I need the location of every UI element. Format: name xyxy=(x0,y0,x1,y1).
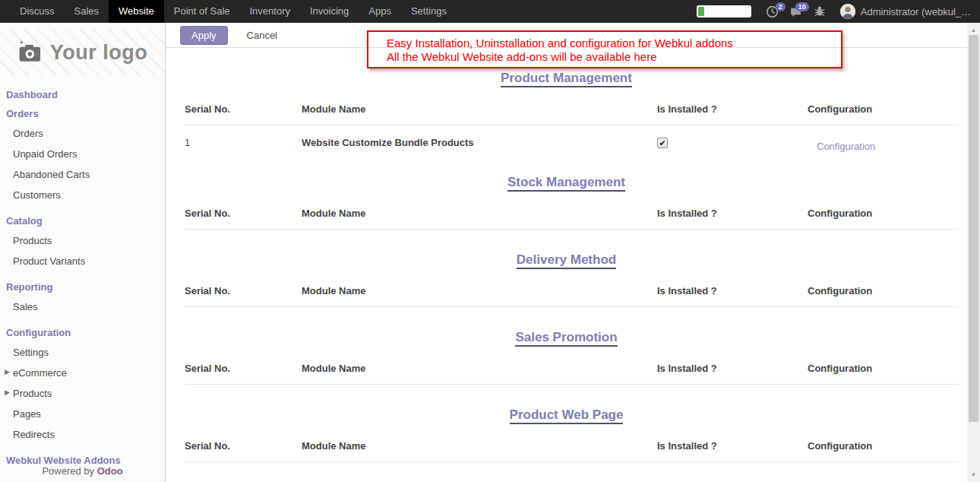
column-header-configuration: Configuration xyxy=(808,363,967,374)
sidebar-item-orders[interactable]: Orders xyxy=(0,123,165,144)
sidebar-item-pages[interactable]: Pages xyxy=(0,404,165,424)
sidebar-item-redirects[interactable]: Redirects xyxy=(0,424,165,445)
section-delivery-method: Delivery Method Serial No.Module NameIs … xyxy=(166,252,967,307)
annotation-line-2: All the Webkul Website add-ons will be a… xyxy=(387,50,841,64)
sidebar-section-catalog[interactable]: Catalog xyxy=(0,211,165,230)
content: Apply Cancel Easy Installation, Uninstal… xyxy=(166,23,967,482)
column-header-module-name: Module Name xyxy=(302,285,657,296)
user-name: Administrator (webkul_… xyxy=(861,6,971,17)
scroll-up-arrow[interactable]: ▲ xyxy=(967,27,980,33)
divider xyxy=(185,306,959,307)
annotation-box: Easy Installation, Uninstallation and co… xyxy=(367,30,842,68)
column-header-is-installed: Is Installed ? xyxy=(657,208,808,219)
table-header-row: Serial No.Module NameIs Installed ?Confi… xyxy=(166,285,967,296)
app-root: DiscussSalesWebsitePoint of SaleInventor… xyxy=(0,0,980,482)
sidebar-item-unpaid-orders[interactable]: Unpaid Orders xyxy=(0,144,165,164)
app-menu-inventory[interactable]: Inventory xyxy=(240,0,300,23)
section-stock-management: Stock Management Serial No.Module NameIs… xyxy=(166,175,967,230)
top-navbar: DiscussSalesWebsitePoint of SaleInventor… xyxy=(0,0,980,23)
app-menu-website[interactable]: Website xyxy=(109,0,164,23)
column-header-serial-no: Serial No. xyxy=(185,285,302,296)
column-header-configuration: Configuration xyxy=(808,208,967,219)
app-menu-discuss[interactable]: Discuss xyxy=(10,0,65,23)
serial-number: 1 xyxy=(185,137,302,148)
sidebar-item-abandoned-carts[interactable]: Abandoned Carts xyxy=(0,164,165,185)
section-title: Product Web Page xyxy=(166,407,967,423)
sidebar-item-products[interactable]: Products xyxy=(0,230,165,251)
activity-count-badge: 2 xyxy=(776,2,786,11)
section-title: Sales Promotion xyxy=(166,330,967,345)
table-row: 1Website Customize Bundle Products✔Confi… xyxy=(166,137,967,152)
cancel-button[interactable]: Cancel xyxy=(247,30,277,41)
app-menu-apps[interactable]: Apps xyxy=(359,0,401,23)
sidebar-section-reporting[interactable]: Reporting xyxy=(0,277,165,296)
table-header-row: Serial No.Module NameIs Installed ?Confi… xyxy=(166,363,967,374)
sidebar-item-products[interactable]: ▶Products xyxy=(0,383,165,404)
camera-plus-icon xyxy=(17,41,50,64)
sidebar-section-orders[interactable]: Orders xyxy=(0,104,165,123)
configuration-link[interactable]: Configuration xyxy=(808,141,875,152)
sidebar-item-sales[interactable]: Sales xyxy=(0,296,165,317)
column-header-configuration: Configuration xyxy=(808,440,967,452)
divider xyxy=(185,461,959,462)
progress-widget[interactable] xyxy=(697,5,751,17)
app-menus: DiscussSalesWebsitePoint of SaleInventor… xyxy=(0,0,457,23)
company-logo[interactable]: Your logo xyxy=(0,29,165,76)
debug-button[interactable] xyxy=(811,2,829,21)
sidebar-item-ecommerce[interactable]: ▶eCommerce xyxy=(0,363,165,383)
column-header-is-installed: Is Installed ? xyxy=(657,285,808,296)
divider xyxy=(185,229,959,230)
activities-button[interactable]: 2 xyxy=(763,2,782,21)
app-menu-sales[interactable]: Sales xyxy=(65,0,109,23)
column-header-is-installed: Is Installed ? xyxy=(657,440,808,452)
logo-text: Your logo xyxy=(50,41,147,65)
section-product-web-page: Product Web Page Serial No.Module NameIs… xyxy=(166,407,967,462)
divider xyxy=(185,384,959,385)
sidebar-item-customers[interactable]: Customers xyxy=(0,185,165,205)
messages-button[interactable]: 10 xyxy=(787,2,805,21)
column-header-serial-no: Serial No. xyxy=(185,440,302,452)
sidebar-item-product-variants[interactable]: Product Variants xyxy=(0,251,165,271)
annotation-line-1: Easy Installation, Uninstallation and co… xyxy=(387,36,841,50)
main-frame: Your logo DashboardOrdersOrdersUnpaid Or… xyxy=(0,23,980,482)
table-header-row: Serial No.Module NameIs Installed ?Confi… xyxy=(166,208,967,219)
section-title: Product Management xyxy=(166,71,967,86)
scrollbar[interactable]: ▲ ▼ xyxy=(967,23,980,482)
table-header-row: Serial No.Module NameIs Installed ?Confi… xyxy=(166,103,967,115)
powered-by: Powered by Odoo xyxy=(0,465,165,477)
sidebar-item-settings[interactable]: Settings xyxy=(0,342,165,363)
scrollbar-thumb[interactable] xyxy=(969,35,978,422)
sidebar-section-dashboard[interactable]: Dashboard xyxy=(0,85,165,104)
systray: 2 10 Administrator xyxy=(697,0,980,23)
odoo-brand-link[interactable]: Odoo xyxy=(97,465,123,477)
column-header-is-installed: Is Installed ? xyxy=(657,103,808,115)
module-sections: Product Management Serial No.Module Name… xyxy=(166,71,967,482)
column-header-serial-no: Serial No. xyxy=(185,208,302,219)
column-header-module-name: Module Name xyxy=(302,363,657,374)
section-product-management: Product Management Serial No.Module Name… xyxy=(166,71,967,152)
column-header-serial-no: Serial No. xyxy=(185,103,302,115)
avatar xyxy=(840,4,855,19)
section-sales-promotion: Sales Promotion Serial No.Module NameIs … xyxy=(166,330,967,385)
divider xyxy=(185,125,959,125)
scroll-down-arrow[interactable]: ▼ xyxy=(967,471,980,478)
installed-checkbox[interactable]: ✔ xyxy=(657,138,668,148)
sidebar-menu: DashboardOrdersOrdersUnpaid OrdersAbando… xyxy=(0,85,165,470)
column-header-configuration: Configuration xyxy=(808,103,967,115)
chevron-right-icon[interactable]: ▶ xyxy=(5,388,10,396)
column-header-module-name: Module Name xyxy=(302,103,657,115)
apply-button[interactable]: Apply xyxy=(180,26,228,45)
app-menu-point-of-sale[interactable]: Point of Sale xyxy=(164,0,240,23)
column-header-is-installed: Is Installed ? xyxy=(657,363,808,374)
app-menu-invoicing[interactable]: Invoicing xyxy=(300,0,359,23)
column-header-serial-no: Serial No. xyxy=(185,363,302,374)
bug-icon xyxy=(814,5,826,17)
user-menu[interactable]: Administrator (webkul_… xyxy=(840,4,971,19)
chevron-right-icon[interactable]: ▶ xyxy=(5,368,10,376)
app-menu-settings[interactable]: Settings xyxy=(401,0,457,23)
column-header-module-name: Module Name xyxy=(302,208,657,219)
module-name: Website Customize Bundle Products xyxy=(302,137,657,148)
section-title: Delivery Method xyxy=(166,252,967,268)
section-title: Stock Management xyxy=(166,175,967,190)
sidebar-section-configuration[interactable]: Configuration xyxy=(0,323,165,342)
